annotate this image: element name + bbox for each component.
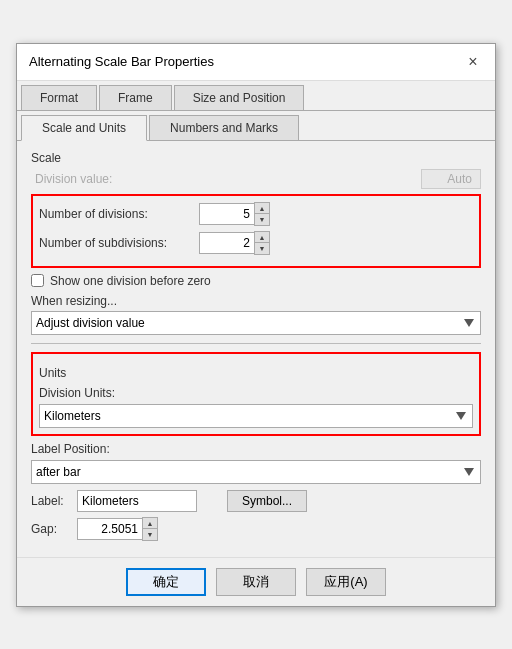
units-section: Units Division Units: Kilometers Miles M… [31,352,481,436]
dialog-title: Alternating Scale Bar Properties [29,54,214,69]
dialog: Alternating Scale Bar Properties × Forma… [16,43,496,607]
label-input[interactable] [77,490,197,512]
apply-button[interactable]: 应用(A) [306,568,386,596]
title-bar: Alternating Scale Bar Properties × [17,44,495,81]
footer-buttons: 确定 取消 应用(A) [17,557,495,606]
when-resizing-label: When resizing... [31,294,481,308]
label-position-section: Label Position: after bar before bar abo… [31,442,481,541]
symbol-button[interactable]: Symbol... [227,490,307,512]
scale-section: Scale Division value: Auto Number of div… [31,151,481,335]
label-value-row: Label: Symbol... [31,490,481,512]
section-divider [31,343,481,344]
number-of-subdivisions-label: Number of subdivisions: [39,236,199,250]
label-position-select[interactable]: after bar before bar above bar [31,460,481,484]
top-tabs: Format Frame Size and Position [17,81,495,111]
number-of-subdivisions-spinner: 2 ▲ ▼ [199,231,270,255]
number-of-subdivisions-input[interactable]: 2 [199,232,254,254]
gap-row: Gap: ▲ ▼ [31,517,481,541]
division-value: Auto [421,169,481,189]
number-of-subdivisions-up[interactable]: ▲ [255,232,269,243]
units-heading: Units [39,366,473,380]
divisions-box: Number of divisions: 5 ▲ ▼ Number of sub… [31,194,481,268]
tab-size-and-position[interactable]: Size and Position [174,85,305,110]
show-division-checkbox[interactable] [31,274,44,287]
show-division-row: Show one division before zero [31,274,481,288]
close-button[interactable]: × [463,52,483,72]
division-units-select[interactable]: Kilometers Miles Meters [39,404,473,428]
ok-button[interactable]: 确定 [126,568,206,596]
gap-label: Gap: [31,522,71,536]
tab-format[interactable]: Format [21,85,97,110]
number-of-divisions-spinner-btns: ▲ ▼ [254,202,270,226]
when-resizing-select[interactable]: Adjust division value [31,311,481,335]
number-of-divisions-label: Number of divisions: [39,207,199,221]
number-of-divisions-spinner: 5 ▲ ▼ [199,202,270,226]
tab-scale-and-units[interactable]: Scale and Units [21,115,147,141]
tab-numbers-and-marks[interactable]: Numbers and Marks [149,115,299,140]
gap-down[interactable]: ▼ [143,529,157,540]
second-tabs: Scale and Units Numbers and Marks [17,111,495,141]
gap-up[interactable]: ▲ [143,518,157,529]
content-area: Scale Division value: Auto Number of div… [17,141,495,557]
tab-frame[interactable]: Frame [99,85,172,110]
gap-input[interactable] [77,518,142,540]
number-of-divisions-row: Number of divisions: 5 ▲ ▼ [39,202,473,226]
number-of-subdivisions-down[interactable]: ▼ [255,243,269,254]
scale-heading: Scale [31,151,481,165]
label-position-label: Label Position: [31,442,481,456]
gap-spinner: ▲ ▼ [77,517,158,541]
division-value-label: Division value: [35,172,421,186]
cancel-button[interactable]: 取消 [216,568,296,596]
number-of-subdivisions-spinner-btns: ▲ ▼ [254,231,270,255]
show-division-label: Show one division before zero [50,274,211,288]
division-units-label: Division Units: [39,386,473,400]
number-of-divisions-up[interactable]: ▲ [255,203,269,214]
gap-spinner-btns: ▲ ▼ [142,517,158,541]
division-value-row: Division value: Auto [31,169,481,189]
label-field-label: Label: [31,494,71,508]
number-of-subdivisions-row: Number of subdivisions: 2 ▲ ▼ [39,231,473,255]
number-of-divisions-input[interactable]: 5 [199,203,254,225]
number-of-divisions-down[interactable]: ▼ [255,214,269,225]
